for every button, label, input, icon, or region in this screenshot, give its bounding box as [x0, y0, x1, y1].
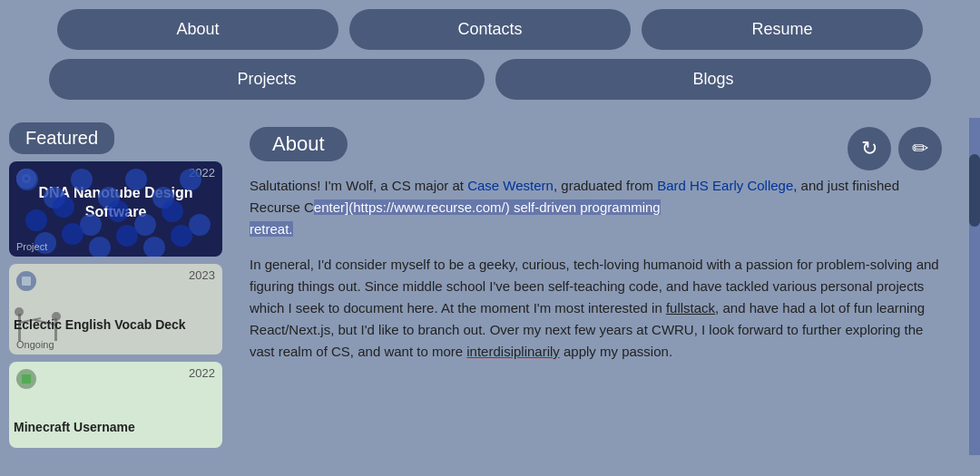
svg-point-17: [62, 223, 83, 245]
about-heading: About: [250, 127, 348, 161]
svg-point-13: [134, 214, 156, 236]
card-tag: Project: [16, 241, 47, 252]
scrollbar-track[interactable]: [969, 118, 980, 455]
year-badge: 2023: [189, 268, 215, 282]
svg-point-24: [15, 307, 24, 316]
list-item[interactable]: 2023 Eclectic English Vocab Deck Ongoing: [9, 264, 222, 355]
svg-rect-22: [22, 277, 31, 286]
card-title: Eclectic English Vocab Deck: [14, 317, 218, 332]
svg-point-10: [53, 196, 74, 218]
card-title: Minecraft Username: [14, 420, 218, 434]
scrollbar-thumb[interactable]: [969, 154, 980, 227]
svg-point-4: [71, 169, 93, 190]
blogs-nav-button[interactable]: Blogs: [495, 59, 931, 100]
card-icon: [16, 369, 36, 389]
navigation: About Contacts Resume Projects Blogs: [0, 0, 980, 118]
list-item[interactable]: 2022: [9, 161, 222, 257]
edit-button[interactable]: ✏: [898, 127, 942, 170]
about-paragraph-1: Salutations! I'm Wolf, a CS major at Cas…: [250, 175, 951, 240]
about-text-mid1: , graduated from: [554, 178, 657, 193]
main-content: Featured 2022: [0, 118, 980, 455]
nav-row-2: Projects Blogs: [18, 59, 962, 100]
refresh-icon: ↻: [861, 137, 877, 160]
about-nav-button[interactable]: About: [57, 9, 338, 50]
svg-point-12: [107, 200, 129, 222]
edit-icon: ✏: [912, 137, 928, 160]
about-text-p2-end: apply my passion.: [560, 344, 672, 359]
svg-point-9: [25, 209, 47, 231]
bard-link[interactable]: Bard HS Early College: [657, 178, 793, 193]
about-content: Salutations! I'm Wolf, a CS major at Cas…: [250, 175, 951, 363]
svg-point-21: [171, 225, 192, 247]
svg-point-18: [89, 237, 111, 257]
svg-point-19: [116, 225, 138, 247]
featured-label: Featured: [9, 122, 114, 154]
svg-point-20: [143, 237, 165, 257]
svg-point-8: [180, 169, 201, 190]
year-badge: 2022: [189, 366, 215, 380]
svg-point-14: [162, 200, 183, 222]
about-fullstack: fullstack: [666, 300, 715, 316]
sidebar: Featured 2022: [0, 118, 231, 455]
svg-rect-29: [22, 374, 31, 384]
contacts-nav-button[interactable]: Contacts: [349, 9, 631, 50]
projects-nav-button[interactable]: Projects: [49, 59, 485, 100]
about-text-mid2: , and just finished: [793, 178, 899, 193]
nav-row-1: About Contacts Resume: [18, 9, 962, 50]
resume-nav-button[interactable]: Resume: [642, 9, 923, 50]
about-header: About ↻ ✏: [250, 127, 951, 175]
about-text-intro: Salutations! I'm Wolf, a CS major at: [250, 178, 467, 193]
svg-point-2: [16, 169, 38, 190]
list-item[interactable]: 2022 Minecraft Username: [9, 362, 222, 448]
about-paragraph-2: In general, I'd consider myself to be a …: [250, 254, 951, 363]
about-interdis: interdisiplinarily: [466, 344, 560, 359]
svg-point-15: [189, 214, 211, 236]
about-section: About ↻ ✏ Salutations! I'm Wolf, a CS ma…: [231, 118, 969, 455]
svg-point-6: [125, 169, 147, 190]
card-tag: Ongoing: [16, 339, 54, 350]
card-icon: [16, 271, 36, 291]
about-recurse-highlight: enter](https://www.recurse.com/) self-dr…: [250, 199, 661, 237]
refresh-button[interactable]: ↻: [848, 127, 891, 170]
float-buttons: ↻ ✏: [848, 127, 942, 170]
case-western-link[interactable]: Case Western: [467, 178, 554, 193]
